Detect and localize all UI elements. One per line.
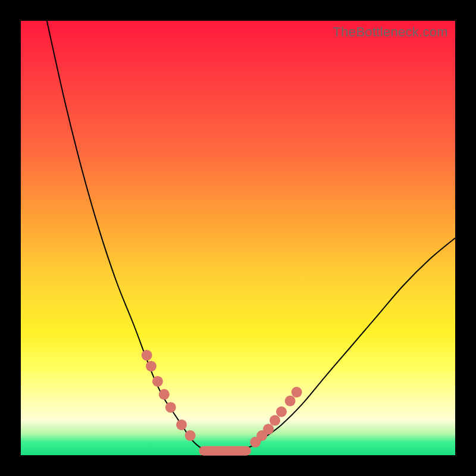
highlight-dots-group <box>142 350 302 447</box>
highlight-dot <box>185 430 196 441</box>
chart-svg <box>21 21 455 455</box>
highlight-dot <box>276 406 287 417</box>
highlight-dot <box>146 361 156 371</box>
highlight-dot <box>152 376 163 387</box>
highlight-dot <box>263 424 274 434</box>
highlight-dot <box>285 396 296 406</box>
flat-minimum-bar <box>199 446 251 456</box>
highlight-dot <box>270 415 280 426</box>
highlight-dot <box>292 387 302 397</box>
highlight-dot <box>165 402 176 413</box>
highlight-dot <box>176 419 187 430</box>
highlight-dot <box>142 350 152 361</box>
chart-frame: TheBottleneck.com <box>0 0 476 476</box>
bottleneck-curve <box>47 21 455 452</box>
highlight-dot <box>159 389 170 400</box>
chart-plot-area: TheBottleneck.com <box>21 21 455 455</box>
